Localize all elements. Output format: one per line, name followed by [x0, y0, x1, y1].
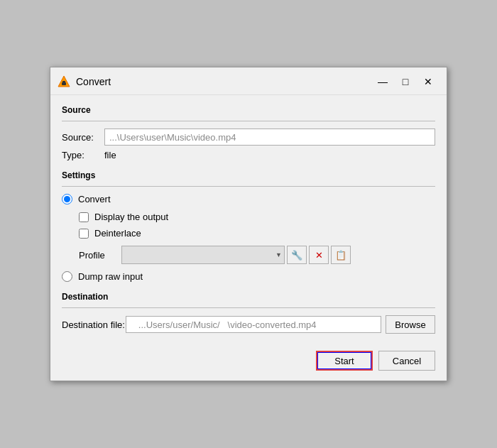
destination-row: Destination file: Browse: [62, 315, 435, 334]
source-section: Source Source: Type: file: [62, 105, 435, 160]
display-output-checkbox[interactable]: [79, 212, 89, 222]
destination-file-label: Destination file:: [62, 319, 126, 330]
deinterlace-row: Deinterlace: [62, 228, 435, 239]
title-bar: Convert — □ ✕: [50, 67, 447, 95]
convert-radio-label[interactable]: Convert: [78, 194, 111, 204]
deinterlace-label[interactable]: Deinterlace: [94, 228, 141, 239]
convert-radio-row: Convert: [62, 194, 435, 204]
deinterlace-checkbox[interactable]: [79, 229, 89, 239]
dialog-content: Source Source: Type: file Settings Conve…: [50, 95, 447, 381]
window-controls: — □ ✕: [373, 73, 438, 90]
close-button[interactable]: ✕: [418, 73, 438, 90]
svg-rect-2: [62, 81, 65, 82]
source-input[interactable]: [104, 129, 435, 146]
source-divider: [62, 121, 435, 121]
source-row: Source:: [62, 129, 435, 146]
destination-input[interactable]: [126, 316, 381, 333]
delete-icon: ✕: [315, 250, 323, 261]
new-profile-icon: 📋: [335, 250, 346, 261]
type-label: Type:: [62, 150, 104, 160]
profile-label: Profile: [79, 250, 121, 261]
display-output-label[interactable]: Display the output: [94, 212, 168, 222]
settings-section-title: Settings: [62, 170, 435, 180]
profile-select[interactable]: [121, 246, 285, 264]
maximize-button[interactable]: □: [395, 73, 415, 90]
profile-edit-button[interactable]: 🔧: [287, 246, 307, 264]
minimize-button[interactable]: —: [373, 73, 393, 90]
vlc-icon: [58, 75, 70, 88]
convert-radio[interactable]: [62, 194, 72, 204]
cancel-button[interactable]: Cancel: [378, 351, 435, 371]
profile-new-button[interactable]: 📋: [331, 246, 351, 264]
type-value: file: [104, 150, 116, 160]
destination-divider: [62, 307, 435, 308]
profile-row: Profile 🔧 ✕ 📋: [62, 246, 435, 264]
destination-section-title: Destination: [62, 292, 435, 302]
type-row: Type: file: [62, 150, 435, 160]
profile-delete-button[interactable]: ✕: [309, 246, 329, 264]
dump-raw-label[interactable]: Dump raw input: [78, 271, 143, 282]
browse-button[interactable]: Browse: [386, 315, 435, 334]
window-title: Convert: [76, 76, 373, 87]
settings-divider: [62, 186, 435, 187]
display-output-row: Display the output: [62, 212, 435, 222]
button-row: Start Cancel: [62, 345, 435, 371]
destination-section: Destination Destination file: Browse: [62, 292, 435, 334]
source-label: Source:: [62, 132, 104, 143]
start-button[interactable]: Start: [316, 351, 373, 371]
convert-dialog: Convert — □ ✕ Source Source: Type: file …: [50, 67, 447, 381]
dump-raw-radio[interactable]: [62, 271, 72, 282]
svg-rect-1: [62, 82, 66, 85]
dump-raw-row: Dump raw input: [62, 271, 435, 282]
wrench-icon: 🔧: [291, 250, 302, 261]
source-section-title: Source: [62, 105, 435, 115]
settings-section: Settings Convert Display the output Dein…: [62, 170, 435, 282]
profile-select-wrapper: [121, 246, 285, 264]
